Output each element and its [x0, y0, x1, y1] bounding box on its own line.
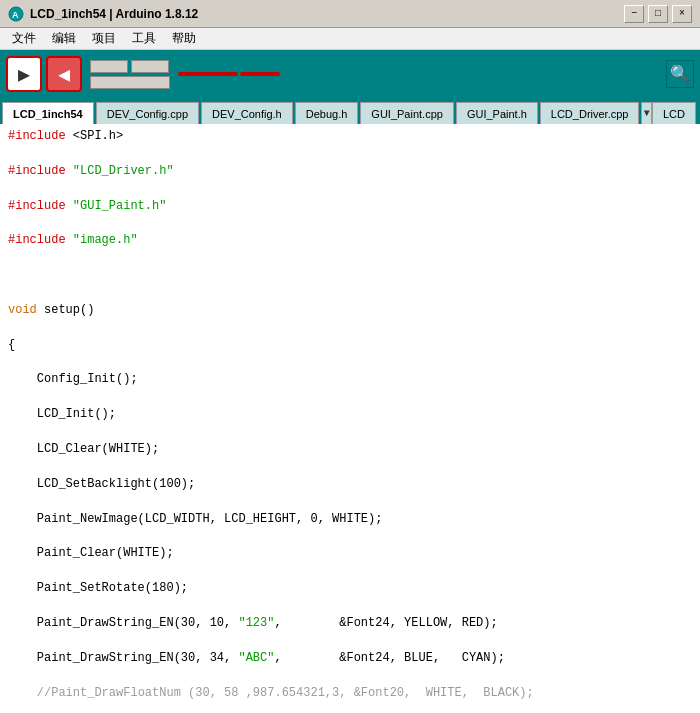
tabs-bar: LCD_1inch54 DEV_Config.cpp DEV_Config.h … — [0, 98, 700, 124]
close-button[interactable]: × — [672, 5, 692, 23]
menu-file[interactable]: 文件 — [4, 28, 44, 49]
svg-text:A: A — [12, 10, 19, 20]
maximize-button[interactable]: □ — [648, 5, 668, 23]
tab-gui-paint-h[interactable]: GUI_Paint.h — [456, 102, 538, 124]
code-content: #include <SPI.h> #include "LCD_Driver.h"… — [8, 128, 692, 709]
stop-button[interactable]: ◀ — [46, 56, 82, 92]
menu-bar: 文件 编辑 项目 工具 帮助 — [0, 28, 700, 50]
tab-lcd[interactable]: LCD — [652, 102, 696, 124]
app-icon: A — [8, 6, 24, 22]
title-bar: A LCD_1inch54 | Arduino 1.8.12 − □ × — [0, 0, 700, 28]
code-area[interactable]: #include <SPI.h> #include "LCD_Driver.h"… — [0, 124, 700, 713]
tab-gui-paint-cpp[interactable]: GUI_Paint.cpp — [360, 102, 454, 124]
tab-dev-config-cpp[interactable]: DEV_Config.cpp — [96, 102, 199, 124]
search-button[interactable]: 🔍 — [666, 60, 694, 88]
toolbar-right: 🔍 — [666, 60, 694, 88]
window-title: LCD_1inch54 | Arduino 1.8.12 — [30, 7, 198, 21]
title-text: A LCD_1inch54 | Arduino 1.8.12 — [8, 6, 198, 22]
toolbar-btn-2[interactable] — [131, 60, 169, 73]
tabs-more-button[interactable]: ▼ — [641, 102, 652, 124]
tab-dev-config-h[interactable]: DEV_Config.h — [201, 102, 293, 124]
toolbar: ▶ ◀ 🔍 — [0, 50, 700, 98]
run-button[interactable]: ▶ — [6, 56, 42, 92]
tab-debug-h[interactable]: Debug.h — [295, 102, 359, 124]
menu-tools[interactable]: 工具 — [124, 28, 164, 49]
menu-edit[interactable]: 编辑 — [44, 28, 84, 49]
toolbar-btn-3[interactable] — [90, 76, 170, 89]
menu-project[interactable]: 项目 — [84, 28, 124, 49]
menu-help[interactable]: 帮助 — [164, 28, 204, 49]
tab-lcd-driver-cpp[interactable]: LCD_Driver.cpp — [540, 102, 640, 124]
tab-lcd1inch54[interactable]: LCD_1inch54 — [2, 102, 94, 124]
minimize-button[interactable]: − — [624, 5, 644, 23]
toolbar-btn-1[interactable] — [90, 60, 128, 73]
window-controls: − □ × — [624, 5, 692, 23]
